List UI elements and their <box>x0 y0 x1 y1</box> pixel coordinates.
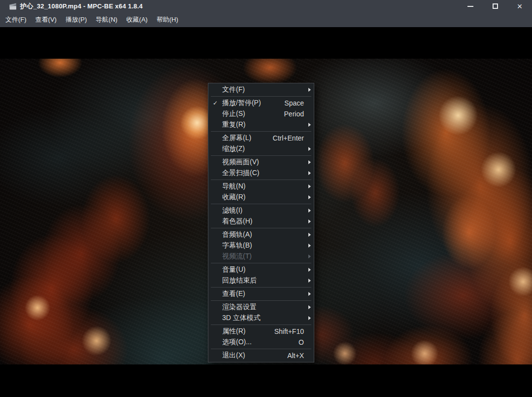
context-menu-item-pan-scan[interactable]: 全景扫描(C) <box>208 168 314 179</box>
video-client-area[interactable]: 文件(F)✓播放/暂停(P)Space停止(S)Period重复(R)全屏幕(L… <box>0 27 532 397</box>
submenu-arrow-icon <box>304 171 311 175</box>
submenu-arrow-icon <box>304 88 311 92</box>
menu-separator <box>211 96 311 97</box>
context-menu: 文件(F)✓播放/暂停(P)Space停止(S)Period重复(R)全屏幕(L… <box>208 83 314 362</box>
menu-item-label: 着色器(H) <box>222 217 298 226</box>
menu-item-label: 渲染器设置 <box>222 303 298 312</box>
context-menu-item-after-playback[interactable]: 回放结束后 <box>208 275 314 286</box>
menu-item-label: 音频轨(A) <box>222 230 298 239</box>
context-menu-item-zoom[interactable]: 缩放(Z) <box>208 144 314 154</box>
submenu-arrow-icon <box>304 233 311 237</box>
minimize-button[interactable] <box>458 0 483 12</box>
submenu-arrow-icon <box>304 195 311 199</box>
submenu-arrow-icon <box>304 147 311 151</box>
menu-item-shortcut: Period <box>284 110 304 118</box>
menu-item-shortcut: O <box>299 338 304 346</box>
menu-item-label: 播放/暂停(P) <box>222 99 278 108</box>
context-menu-item-volume[interactable]: 音量(U) <box>208 264 314 275</box>
window-controls: × <box>458 0 532 12</box>
context-menu-item-stop[interactable]: 停止(S)Period <box>208 108 314 119</box>
menubar-item-help[interactable]: 帮助(H) <box>152 13 183 27</box>
context-menu-item-options[interactable]: 选项(O)...O <box>208 337 314 348</box>
window-title: 护心_32_1080P.mp4 - MPC-BE x64 1.8.4 <box>20 2 143 11</box>
menu-item-label: 文件(F) <box>222 85 298 94</box>
menu-item-label: 选项(O)... <box>222 338 293 347</box>
maximize-button[interactable] <box>483 0 507 12</box>
menu-separator <box>211 180 311 180</box>
context-menu-item-repeat[interactable]: 重复(R) <box>208 119 314 130</box>
menu-item-label: 查看(E) <box>222 289 298 298</box>
maximize-icon <box>493 3 498 9</box>
menu-item-label: 字幕轨(B) <box>222 241 298 250</box>
menu-item-label: 重复(R) <box>222 120 298 129</box>
context-menu-item-view[interactable]: 查看(E) <box>208 289 314 299</box>
menu-item-label: 全景扫描(C) <box>222 169 298 178</box>
menu-item-label: 缩放(Z) <box>222 144 298 153</box>
menu-item-label: 回放结束后 <box>222 276 298 285</box>
menu-item-label: 收藏(R) <box>222 193 298 202</box>
context-menu-item-video-stream: 视频流(T) <box>208 251 314 262</box>
menu-item-shortcut: Space <box>284 99 304 107</box>
checkmark-icon: ✓ <box>208 100 222 107</box>
context-menu-item-exit[interactable]: 退出(X)Alt+X <box>208 350 314 361</box>
menu-separator <box>211 287 311 288</box>
context-menu-item-subtitle-track[interactable]: 字幕轨(B) <box>208 240 314 251</box>
menu-item-label: 停止(S) <box>222 109 278 118</box>
context-menu-item-fullscreen[interactable]: 全屏幕(L)Ctrl+Enter <box>208 133 314 144</box>
menubar-item-favorites[interactable]: 收藏(A) <box>122 13 152 27</box>
menu-separator <box>211 263 311 263</box>
menubar-item-file[interactable]: 文件(F) <box>1 13 31 27</box>
context-menu-item-favorites[interactable]: 收藏(R) <box>208 192 314 203</box>
context-menu-item-file[interactable]: 文件(F) <box>208 84 314 95</box>
context-menu-item-play-pause[interactable]: ✓播放/暂停(P)Space <box>208 98 314 108</box>
submenu-arrow-icon <box>304 316 311 320</box>
menu-separator <box>211 325 311 325</box>
menu-item-label: 3D 立体模式 <box>222 314 298 323</box>
menu-item-label: 视频画面(V) <box>222 158 298 167</box>
submenu-arrow-icon <box>304 254 311 258</box>
menubar-item-view[interactable]: 查看(V) <box>31 13 61 27</box>
menu-separator <box>211 300 311 301</box>
menu-item-label: 滤镜(I) <box>222 206 298 215</box>
menu-item-shortcut: Alt+X <box>287 352 304 360</box>
submenu-arrow-icon <box>304 184 311 188</box>
menu-separator <box>211 204 311 204</box>
menu-item-label: 视频流(T) <box>222 252 298 261</box>
submenu-arrow-icon <box>304 268 311 272</box>
menu-item-label: 属性(R) <box>222 327 268 336</box>
menu-item-label: 退出(X) <box>222 351 281 360</box>
close-icon: × <box>517 2 523 11</box>
minimize-icon <box>467 6 473 7</box>
menu-separator <box>211 131 311 132</box>
close-button[interactable]: × <box>507 0 532 12</box>
submenu-arrow-icon <box>304 279 311 283</box>
menu-separator <box>211 155 311 156</box>
context-menu-item-stereo-3d[interactable]: 3D 立体模式 <box>208 313 314 324</box>
menu-item-label: 全屏幕(L) <box>222 134 267 143</box>
titlebar: 护心_32_1080P.mp4 - MPC-BE x64 1.8.4 × <box>0 0 532 12</box>
menubar-item-navigate[interactable]: 导航(N) <box>91 13 122 27</box>
submenu-arrow-icon <box>304 305 311 309</box>
menubar-item-play[interactable]: 播放(P) <box>61 13 91 27</box>
app-icon <box>9 2 17 10</box>
menu-separator <box>211 349 311 349</box>
menubar: 文件(F)查看(V)播放(P)导航(N)收藏(A)帮助(H) <box>0 12 532 27</box>
context-menu-item-renderer-settings[interactable]: 渲染器设置 <box>208 302 314 313</box>
menu-item-shortcut: Shift+F10 <box>274 327 304 335</box>
submenu-arrow-icon <box>304 160 311 164</box>
context-menu-item-video-frame-mode[interactable]: 视频画面(V) <box>208 157 314 168</box>
menu-item-label: 导航(N) <box>222 182 298 191</box>
menu-item-shortcut: Ctrl+Enter <box>273 134 304 142</box>
context-menu-item-filters[interactable]: 滤镜(I) <box>208 205 314 216</box>
submenu-arrow-icon <box>304 209 311 213</box>
context-menu-item-audio-track[interactable]: 音频轨(A) <box>208 229 314 240</box>
context-menu-item-navigate[interactable]: 导航(N) <box>208 181 314 192</box>
context-menu-item-properties[interactable]: 属性(R)Shift+F10 <box>208 326 314 337</box>
context-menu-item-shaders[interactable]: 着色器(H) <box>208 216 314 227</box>
menu-separator <box>211 228 311 228</box>
submenu-arrow-icon <box>304 292 311 296</box>
menu-item-label: 音量(U) <box>222 265 298 274</box>
submenu-arrow-icon <box>304 123 311 127</box>
submenu-arrow-icon <box>304 244 311 248</box>
submenu-arrow-icon <box>304 219 311 223</box>
